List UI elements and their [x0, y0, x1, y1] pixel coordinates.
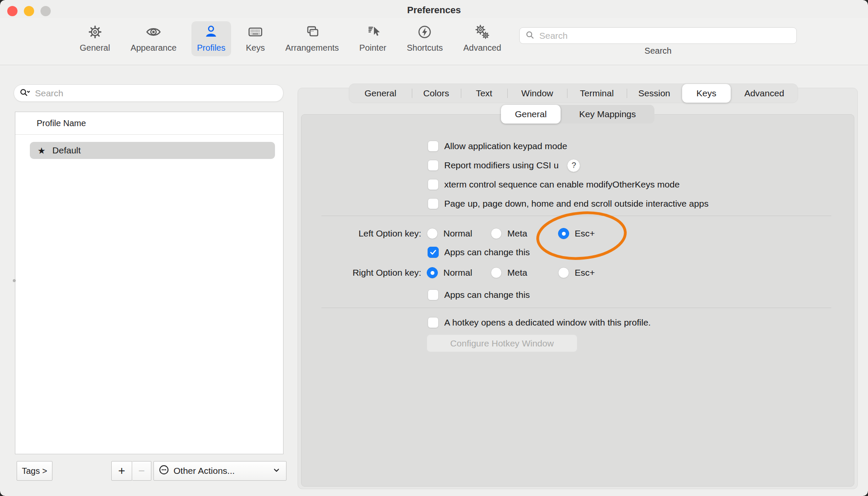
radio-option: Esc+ — [558, 265, 595, 280]
toolbar-item-label: Pointer — [359, 43, 386, 53]
radio-right-meta[interactable] — [491, 267, 502, 278]
checkbox-label[interactable]: A hotkey opens a dedicated window with t… — [444, 317, 651, 328]
checkbox-row: Apps can change this — [428, 245, 530, 260]
checkbox-row: Apps can change this — [428, 288, 530, 302]
keyboard-icon — [247, 24, 263, 42]
tab-terminal[interactable]: Terminal — [567, 84, 627, 103]
tab-keys[interactable]: Keys — [682, 84, 731, 103]
toolbar-item-pointer[interactable]: Pointer — [354, 21, 392, 56]
toolbar-item-appearance[interactable]: Appearance — [125, 21, 182, 56]
profile-list: Profile Name ★ Default — [15, 112, 284, 454]
toolbar: General Appearance Profiles Keys Arrange… — [0, 18, 868, 65]
radio-label[interactable]: Esc+ — [575, 228, 595, 239]
divider — [321, 216, 831, 216]
toolbar-item-profiles[interactable]: Profiles — [191, 21, 231, 56]
profile-row-default[interactable]: ★ Default — [30, 142, 275, 159]
toolbar-item-label: Arrangements — [285, 43, 339, 53]
toolbar-search-label: Search — [519, 46, 797, 56]
radio-label[interactable]: Meta — [507, 268, 527, 278]
toolbar-item-shortcuts[interactable]: Shortcuts — [401, 21, 448, 56]
checkbox-row: xterm control sequence can enable modify… — [428, 177, 680, 192]
toolbar-item-keys[interactable]: Keys — [240, 21, 270, 56]
checkbox-label[interactable]: Report modifiers using CSI u — [444, 160, 558, 170]
tab-label: General — [365, 88, 396, 98]
toolbar-item-label: Shortcuts — [407, 43, 443, 53]
radio-label[interactable]: Meta — [507, 228, 527, 239]
person-icon — [203, 24, 219, 42]
checkbox-left-apps-can-change[interactable] — [428, 247, 439, 258]
subtab-label: Key Mappings — [579, 109, 636, 119]
radio-right-esc[interactable] — [558, 267, 569, 278]
radio-left-esc[interactable] — [558, 228, 569, 239]
right-option-key-label: Right Option key: — [293, 268, 421, 278]
search-icon — [525, 30, 535, 42]
subtab-general[interactable]: General — [501, 105, 561, 124]
subtab-key-mappings[interactable]: Key Mappings — [561, 105, 654, 124]
tab-window[interactable]: Window — [507, 84, 567, 103]
toolbar-item-label: Advanced — [463, 43, 501, 53]
radio-label[interactable]: Normal — [443, 228, 472, 239]
profile-search-input[interactable] — [34, 88, 278, 99]
radio-right-normal[interactable] — [427, 267, 438, 278]
radio-left-normal[interactable] — [427, 228, 438, 239]
checkbox-row: A hotkey opens a dedicated window with t… — [428, 315, 651, 330]
toolbar-search-field[interactable] — [519, 27, 797, 44]
help-button[interactable]: ? — [567, 159, 580, 172]
tab-general[interactable]: General — [349, 84, 412, 103]
checkbox-hotkey-window[interactable] — [428, 317, 439, 328]
toolbar-item-advanced[interactable]: Advanced — [458, 21, 507, 56]
toolbar-search-input[interactable] — [538, 30, 791, 41]
checkbox-label[interactable]: xterm control sequence can enable modify… — [444, 179, 680, 190]
tab-label: Colors — [423, 88, 449, 98]
tab-session[interactable]: Session — [627, 84, 682, 103]
tab-text[interactable]: Text — [461, 84, 508, 103]
add-profile-button[interactable]: + — [111, 461, 132, 481]
search-filter-icon — [19, 88, 31, 99]
other-actions-label: Other Actions... — [174, 466, 269, 476]
tags-button[interactable]: Tags > — [17, 461, 52, 481]
other-actions-dropdown[interactable]: Other Actions... — [153, 461, 286, 481]
radio-option: Meta — [491, 226, 527, 241]
radio-option: Esc+ — [558, 226, 595, 241]
checkbox-right-apps-can-change[interactable] — [428, 289, 439, 300]
tab-colors[interactable]: Colors — [412, 84, 461, 103]
toolbar-item-general[interactable]: General — [74, 21, 116, 56]
checkbox-label[interactable]: Page up, page down, home and end scroll … — [444, 199, 709, 209]
chevron-down-icon — [273, 466, 280, 476]
toolbar-item-arrangements[interactable]: Arrangements — [280, 21, 344, 56]
toolbar-item-label: Profiles — [197, 43, 226, 53]
split-handle-dot[interactable] — [13, 279, 16, 282]
cursor-icon — [365, 24, 381, 42]
gears-icon — [474, 24, 490, 42]
bolt-circle-icon — [417, 24, 433, 42]
radio-left-meta[interactable] — [491, 228, 502, 239]
radio-label[interactable]: Normal — [443, 268, 472, 278]
subtab-label: General — [515, 109, 547, 119]
checkbox-csi-u[interactable] — [428, 160, 439, 171]
checkbox-row: Report modifiers using CSI u ? — [428, 158, 580, 173]
configure-hotkey-window-button[interactable]: Configure Hotkey Window — [427, 335, 577, 352]
tab-label: Window — [521, 88, 553, 98]
tab-label: Terminal — [580, 88, 613, 98]
keys-subtabs: General Key Mappings — [501, 105, 654, 124]
tab-advanced[interactable]: Advanced — [731, 84, 798, 103]
checkbox-label[interactable]: Apps can change this — [444, 247, 530, 257]
left-option-key-label: Left Option key: — [293, 228, 421, 239]
add-remove-group: + − — [111, 461, 151, 481]
window-title: Preferences — [0, 5, 868, 16]
checkbox-label[interactable]: Apps can change this — [444, 290, 530, 300]
checkbox-label[interactable]: Allow application keypad mode — [444, 141, 567, 151]
tab-label: Keys — [697, 88, 717, 98]
checkbox-scroll-outside[interactable] — [428, 198, 439, 209]
checkbox-keypad-mode[interactable] — [428, 141, 439, 152]
gear-icon — [87, 24, 103, 42]
profile-search-field[interactable] — [14, 84, 284, 102]
toolbar-item-label: Appearance — [130, 43, 176, 53]
preferences-window: Preferences General Appearance Profiles … — [0, 0, 868, 496]
checkbox-modify-other-keys[interactable] — [428, 179, 439, 190]
remove-profile-button[interactable]: − — [132, 461, 151, 481]
profile-list-header: Profile Name — [15, 112, 283, 135]
tab-label: Advanced — [744, 88, 784, 98]
star-icon: ★ — [38, 146, 46, 155]
radio-label[interactable]: Esc+ — [575, 268, 595, 278]
